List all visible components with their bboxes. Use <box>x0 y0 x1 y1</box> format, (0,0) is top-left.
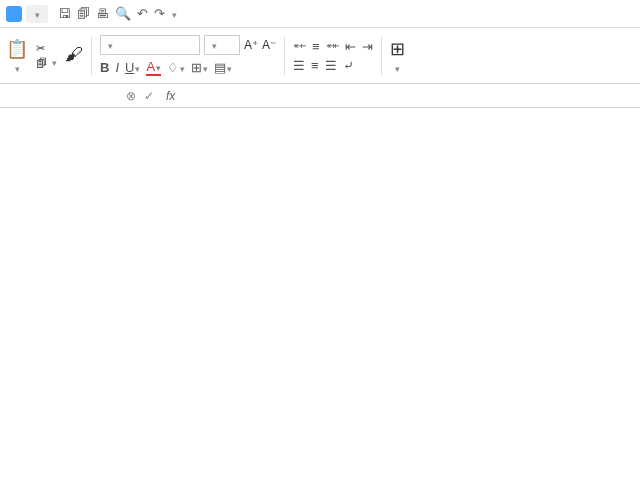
paste-group[interactable]: 📋 <box>6 38 28 74</box>
font-color-button[interactable]: A <box>146 59 161 76</box>
merge-icon: ⊞ <box>390 38 405 60</box>
undo-icon[interactable]: ↶ <box>137 6 148 21</box>
wrap-text-icon[interactable]: ⤶ <box>343 58 354 73</box>
bold-button[interactable]: B <box>100 60 109 75</box>
align-bottom-icon[interactable]: ⬵ <box>326 39 339 54</box>
font-size-select[interactable] <box>204 35 240 55</box>
format-painter-button[interactable]: 🖌 <box>65 44 83 67</box>
merge-button[interactable]: ⊞ <box>390 38 405 74</box>
font-name-select[interactable] <box>100 35 200 55</box>
align-top-icon[interactable]: ⬴ <box>293 39 306 54</box>
ribbon: 📋 ✂ 🗐 🖌 A⁺ A⁻ B I U A ♢ ⊞ ▤ ⬴ ≡ ⬵ <box>0 28 640 84</box>
copy-icon: 🗐 <box>36 57 47 69</box>
menubar: 🖫 🗐 🖶 🔍 ↶ ↷ <box>0 0 640 28</box>
separator <box>381 36 382 76</box>
preview-icon[interactable]: 🔍 <box>115 6 131 21</box>
border-button[interactable]: ⊞ <box>191 60 208 75</box>
qa-more-icon[interactable] <box>171 6 177 21</box>
clipboard-icon: 📋 <box>6 38 28 60</box>
print-icon[interactable]: 🖶 <box>96 6 109 21</box>
italic-button[interactable]: I <box>115 60 119 75</box>
save-as-icon[interactable]: 🗐 <box>77 6 90 21</box>
app-logo <box>6 6 22 22</box>
align-left-icon[interactable]: ☰ <box>293 58 305 73</box>
file-menu[interactable] <box>26 5 48 23</box>
cut-button[interactable]: ✂ <box>36 42 57 55</box>
copy-button[interactable]: 🗐 <box>36 57 57 69</box>
paste-label <box>14 62 20 74</box>
separator <box>284 36 285 76</box>
underline-button[interactable]: U <box>125 60 140 75</box>
align-center-icon[interactable]: ≡ <box>311 58 319 73</box>
align-group: ⬴ ≡ ⬵ ⇤ ⇥ ☰ ≡ ☰ ⤶ <box>293 39 373 73</box>
decrease-font-icon[interactable]: A⁻ <box>262 38 276 52</box>
enter-icon[interactable]: ✓ <box>144 89 154 103</box>
clipboard-mini: ✂ 🗐 <box>36 42 57 69</box>
fx-icon[interactable]: fx <box>162 89 179 103</box>
fill-color-button[interactable]: ♢ <box>167 60 185 75</box>
font-group: A⁺ A⁻ B I U A ♢ ⊞ ▤ <box>100 35 276 76</box>
cell-style-button[interactable]: ▤ <box>214 60 232 75</box>
indent-left-icon[interactable]: ⇤ <box>345 39 356 54</box>
cancel-icon[interactable]: ⊗ <box>126 89 136 103</box>
redo-icon[interactable]: ↷ <box>154 6 165 21</box>
quick-access: 🖫 🗐 🖶 🔍 ↶ ↷ <box>58 6 177 21</box>
formula-bar: ⊗ ✓ fx <box>0 84 640 108</box>
brush-icon: 🖌 <box>65 44 83 65</box>
separator <box>91 36 92 76</box>
indent-right-icon[interactable]: ⇥ <box>362 39 373 54</box>
merge-label <box>394 62 400 74</box>
align-right-icon[interactable]: ☰ <box>325 58 337 73</box>
increase-font-icon[interactable]: A⁺ <box>244 38 258 52</box>
align-middle-icon[interactable]: ≡ <box>312 39 320 54</box>
save-icon[interactable]: 🖫 <box>58 6 71 21</box>
scissors-icon: ✂ <box>36 42 45 55</box>
